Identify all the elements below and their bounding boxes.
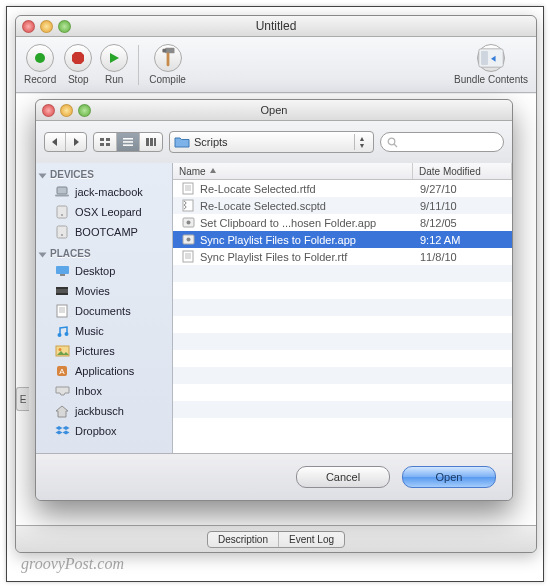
sidebar-item-label: Desktop: [75, 265, 115, 277]
file-pane: Name Date Modified Re-Locate Selected.rt…: [173, 163, 512, 454]
tab-description[interactable]: Description: [208, 532, 279, 547]
record-button[interactable]: Record: [24, 44, 56, 85]
home-icon: [54, 403, 70, 419]
svg-marker-2: [110, 53, 119, 63]
file-row-empty: [173, 316, 512, 333]
sidebar-item-applications[interactable]: AApplications: [36, 361, 172, 381]
sidebar-item-label: OSX Leopard: [75, 206, 142, 218]
devices-header: DEVICES: [36, 165, 172, 182]
sidebar-item-documents[interactable]: Documents: [36, 301, 172, 321]
list-view-button[interactable]: [117, 133, 140, 151]
svg-rect-16: [123, 144, 133, 146]
file-name: Re-Locate Selected.scptd: [200, 200, 326, 212]
svg-marker-1: [72, 52, 84, 64]
svg-point-37: [57, 333, 61, 337]
sidebar-item-music[interactable]: Music: [36, 321, 172, 341]
run-button[interactable]: Run: [100, 44, 128, 85]
bottom-tabs: Description Event Log: [207, 531, 345, 548]
record-icon: [26, 44, 54, 72]
zoom-icon[interactable]: [58, 20, 71, 33]
column-name[interactable]: Name: [173, 163, 413, 179]
svg-point-40: [58, 348, 61, 351]
stop-icon: [64, 44, 92, 72]
cancel-button[interactable]: Cancel: [296, 466, 390, 488]
sidebar-item-osx-leopard[interactable]: OSX Leopard: [36, 202, 172, 222]
tab-event-log[interactable]: Event Log: [279, 532, 344, 547]
icon-view-button[interactable]: [94, 133, 117, 151]
file-row[interactable]: Set Clipboard to ...hosen Folder.app8/12…: [173, 214, 512, 231]
svg-rect-32: [56, 293, 68, 295]
edge-tab[interactable]: E: [16, 387, 29, 411]
file-icon: [181, 216, 195, 230]
sidebar-item-pictures[interactable]: Pictures: [36, 341, 172, 361]
bundle-contents-button[interactable]: Bundle Contents: [454, 44, 528, 85]
close-icon[interactable]: [22, 20, 35, 33]
sidebar-item-label: Inbox: [75, 385, 102, 397]
search-input[interactable]: [380, 132, 504, 152]
sidebar-item-label: Music: [75, 325, 104, 337]
svg-rect-18: [150, 138, 153, 146]
sidebar-item-label: Movies: [75, 285, 110, 297]
file-row[interactable]: Re-Locate Selected.scptd9/11/10: [173, 197, 512, 214]
file-row[interactable]: Sync Playlist Files to Folder.rtf11/8/10: [173, 248, 512, 265]
file-row[interactable]: Sync Playlist Files to Folder.app9:12 AM: [173, 231, 512, 248]
svg-point-27: [61, 234, 63, 236]
dialog-traffic-lights: [42, 104, 91, 117]
svg-rect-29: [60, 274, 65, 276]
column-view-button[interactable]: [140, 133, 162, 151]
svg-rect-14: [123, 138, 133, 140]
dialog-body: DEVICES jack-macbookOSX LeopardBOOTCAMP …: [36, 163, 512, 454]
sidebar-item-inbox[interactable]: Inbox: [36, 381, 172, 401]
hammer-icon: [154, 44, 182, 72]
search-field[interactable]: [402, 135, 486, 149]
file-name: Set Clipboard to ...hosen Folder.app: [200, 217, 376, 229]
dropbox-icon: [54, 423, 70, 439]
sidebar-item-movies[interactable]: Movies: [36, 281, 172, 301]
file-date: 11/8/10: [414, 251, 512, 263]
file-date: 8/12/05: [414, 217, 512, 229]
dialog-footer: Cancel Open: [36, 453, 512, 500]
sidebar-item-label: jack-macbook: [75, 186, 143, 198]
file-row-empty: [173, 384, 512, 401]
folder-dropdown[interactable]: Scripts ▲▼: [169, 131, 374, 153]
svg-marker-9: [74, 138, 79, 146]
file-name: Sync Playlist Files to Folder.rtf: [200, 251, 347, 263]
svg-rect-28: [56, 266, 69, 274]
zoom-icon[interactable]: [78, 104, 91, 117]
svg-rect-19: [154, 138, 156, 146]
minimize-icon[interactable]: [40, 20, 53, 33]
compile-button[interactable]: Compile: [149, 44, 186, 85]
sidebar-item-jack-macbook[interactable]: jack-macbook: [36, 182, 172, 202]
svg-rect-26: [57, 226, 67, 238]
forward-button[interactable]: [66, 133, 86, 151]
minimize-icon[interactable]: [60, 104, 73, 117]
svg-rect-12: [100, 143, 104, 146]
sidebar-item-bootcamp[interactable]: BOOTCAMP: [36, 222, 172, 242]
pictures-icon: [54, 343, 70, 359]
back-button[interactable]: [45, 133, 66, 151]
sidebar-item-label: jackbusch: [75, 405, 124, 417]
file-date: 9/27/10: [414, 183, 512, 195]
sidebar-item-jackbusch[interactable]: jackbusch: [36, 401, 172, 421]
open-button[interactable]: Open: [402, 466, 496, 488]
sidebar-item-dropbox[interactable]: Dropbox: [36, 421, 172, 441]
dialog-toolbar: Scripts ▲▼: [36, 121, 512, 164]
stop-button[interactable]: Stop: [64, 44, 92, 85]
desktop-icon: [54, 263, 70, 279]
column-date[interactable]: Date Modified: [413, 163, 512, 179]
file-date: 9/11/10: [414, 200, 512, 212]
file-row-empty: [173, 401, 512, 418]
svg-rect-10: [100, 138, 104, 141]
file-icon: [181, 233, 195, 247]
view-buttons: [93, 132, 163, 152]
sidebar-item-desktop[interactable]: Desktop: [36, 261, 172, 281]
file-row-empty: [173, 299, 512, 316]
file-row[interactable]: Re-Locate Selected.rtfd9/27/10: [173, 180, 512, 197]
search-icon: [387, 137, 398, 148]
svg-point-52: [186, 238, 190, 242]
traffic-lights: [22, 20, 71, 33]
svg-rect-22: [57, 187, 67, 194]
run-icon: [100, 44, 128, 72]
close-icon[interactable]: [42, 104, 55, 117]
open-dialog: Open: [35, 99, 513, 501]
